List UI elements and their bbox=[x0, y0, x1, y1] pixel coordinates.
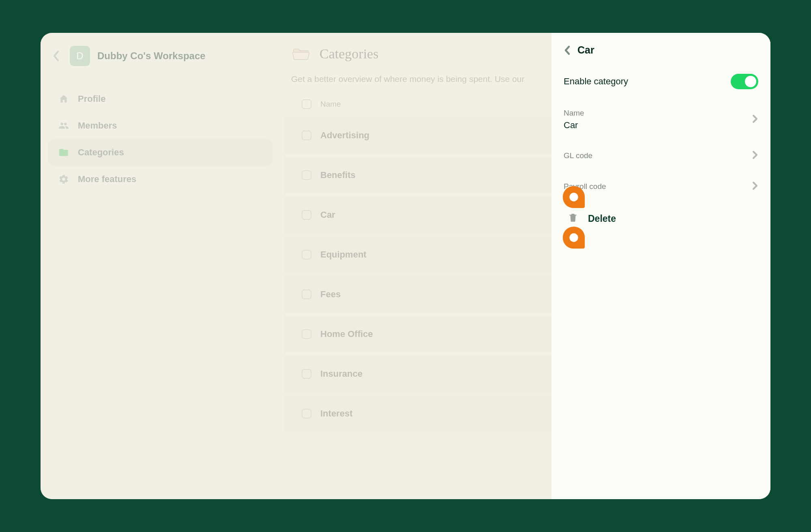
trash-icon bbox=[568, 212, 578, 225]
category-checkbox[interactable] bbox=[302, 170, 311, 180]
category-name: Equipment bbox=[320, 249, 367, 260]
enable-toggle[interactable] bbox=[731, 74, 758, 89]
callout-marker-icon bbox=[562, 185, 586, 209]
delete-label: Delete bbox=[588, 213, 616, 224]
svg-point-1 bbox=[569, 233, 578, 242]
panel-title: Car bbox=[577, 44, 594, 56]
nav-item-more[interactable]: More features bbox=[48, 166, 272, 193]
gl-code-label: GL code bbox=[564, 151, 592, 160]
sidebar: D Dubby Co's Workspace Profile Members bbox=[41, 33, 280, 499]
category-checkbox[interactable] bbox=[302, 409, 311, 418]
panel-header: Car bbox=[551, 44, 770, 64]
category-checkbox[interactable] bbox=[302, 210, 311, 220]
workspace-avatar[interactable]: D bbox=[70, 46, 90, 66]
chevron-right-icon bbox=[752, 181, 758, 192]
folder-open-icon bbox=[291, 44, 311, 64]
category-detail-panel: Car Enable category Name Car GL code bbox=[551, 33, 770, 499]
name-row[interactable]: Name Car bbox=[551, 99, 770, 140]
gl-code-row[interactable]: GL code bbox=[551, 140, 770, 171]
nav-label: Categories bbox=[78, 147, 124, 158]
category-name: Advertising bbox=[320, 130, 369, 141]
category-checkbox[interactable] bbox=[302, 250, 311, 260]
page-title: Categories bbox=[320, 46, 378, 62]
category-name: Insurance bbox=[320, 369, 363, 379]
nav-label: Members bbox=[78, 120, 117, 131]
name-label: Name bbox=[564, 109, 584, 118]
panel-back-icon[interactable] bbox=[564, 45, 571, 56]
name-value: Car bbox=[564, 120, 584, 131]
chevron-right-icon bbox=[752, 150, 758, 161]
category-name: Car bbox=[320, 210, 335, 220]
nav: Profile Members Categories More features bbox=[48, 86, 272, 193]
category-name: Home Office bbox=[320, 329, 373, 339]
enable-category-label: Enable category bbox=[564, 76, 628, 87]
chevron-right-icon bbox=[752, 114, 758, 125]
folder-icon bbox=[58, 147, 69, 158]
nav-item-categories[interactable]: Categories bbox=[48, 139, 272, 166]
nav-label: Profile bbox=[78, 94, 105, 104]
svg-point-0 bbox=[569, 193, 578, 201]
members-icon bbox=[58, 120, 69, 131]
nav-item-profile[interactable]: Profile bbox=[48, 86, 272, 112]
nav-label: More features bbox=[78, 174, 136, 184]
workspace-header: D Dubby Co's Workspace bbox=[48, 44, 272, 77]
home-icon bbox=[58, 94, 69, 104]
select-all-checkbox[interactable] bbox=[302, 99, 311, 109]
category-name: Benefits bbox=[320, 170, 356, 180]
category-checkbox[interactable] bbox=[302, 329, 311, 339]
category-name: Interest bbox=[320, 408, 352, 419]
enable-category-row[interactable]: Enable category bbox=[551, 64, 770, 99]
name-column-header: Name bbox=[320, 100, 341, 109]
workspace-name: Dubby Co's Workspace bbox=[97, 50, 206, 62]
category-checkbox[interactable] bbox=[302, 290, 311, 299]
category-checkbox[interactable] bbox=[302, 369, 311, 379]
back-icon[interactable] bbox=[50, 50, 62, 62]
category-checkbox[interactable] bbox=[302, 131, 311, 140]
callout-marker-icon bbox=[562, 226, 586, 249]
gear-icon bbox=[58, 174, 69, 184]
app-frame: D Dubby Co's Workspace Profile Members bbox=[41, 33, 770, 499]
category-name: Fees bbox=[320, 289, 341, 300]
nav-item-members[interactable]: Members bbox=[48, 112, 272, 139]
